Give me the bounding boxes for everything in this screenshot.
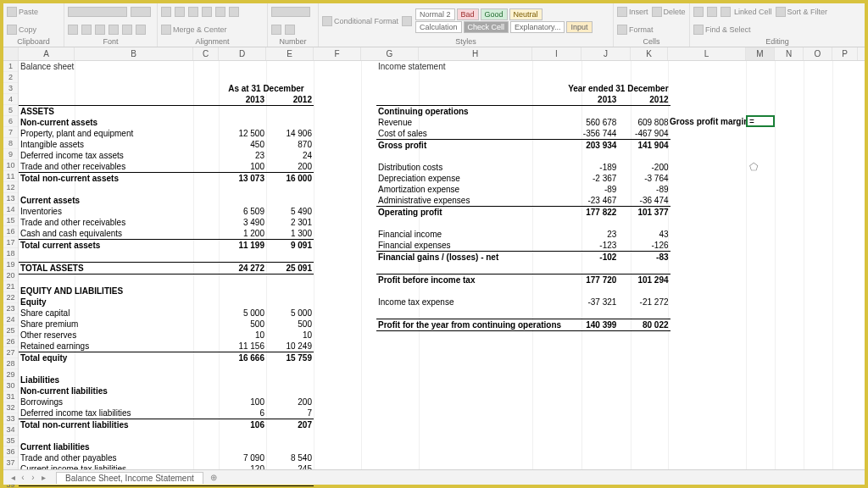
column-headers[interactable]: A B C D E F G H I J K L M N O P	[3, 47, 865, 61]
row-header[interactable]: 15	[3, 215, 18, 226]
row-header[interactable]: 33	[3, 413, 18, 424]
cells-area[interactable]: Balance sheet As at 31 December 20132012…	[19, 61, 865, 469]
select-all-corner[interactable]	[3, 47, 19, 60]
sort-filter-button[interactable]: Sort & Filter	[776, 7, 828, 17]
col-header[interactable]: M	[746, 47, 775, 60]
copy-button[interactable]: Copy	[7, 25, 36, 35]
sheet-tab-active[interactable]: Balance Sheet, Income Statement	[56, 472, 203, 484]
col-header[interactable]: I	[532, 47, 581, 60]
row-header[interactable]: 17	[3, 237, 18, 248]
row-header[interactable]: 25	[3, 325, 18, 336]
row-header[interactable]: 32	[3, 402, 18, 413]
worksheet[interactable]: A B C D E F G H I J K L M N O P 12345678…	[3, 47, 865, 469]
row-header[interactable]: 24	[3, 314, 18, 325]
delete-button[interactable]: Delete	[652, 7, 686, 17]
underline-icon[interactable]	[95, 25, 105, 35]
fill-down-icon[interactable]	[707, 7, 717, 17]
row-header[interactable]: 16	[3, 226, 18, 237]
format-as-table-button[interactable]	[402, 16, 412, 26]
row-header[interactable]: 28	[3, 358, 18, 369]
row-header[interactable]: 1	[3, 61, 18, 72]
align-left-icon[interactable]	[202, 7, 212, 17]
row-header[interactable]: 35	[3, 435, 18, 446]
style-good[interactable]: Good	[481, 8, 508, 20]
find-select-button[interactable]: Find & Select	[693, 25, 751, 35]
style-check-cell[interactable]: Check Cell	[464, 21, 509, 33]
row-headers[interactable]: 1234567891011121314151617181920212223242…	[3, 61, 19, 469]
percent-icon[interactable]	[271, 25, 281, 35]
tab-nav-prev-icon[interactable]: ‹	[19, 473, 27, 482]
row-header[interactable]: 9	[3, 149, 18, 160]
row-header[interactable]: 8	[3, 138, 18, 149]
col-header[interactable]: N	[775, 47, 804, 60]
row-header[interactable]: 3	[3, 83, 18, 94]
new-sheet-button[interactable]: ⊕	[207, 473, 220, 482]
col-header[interactable]: P	[832, 47, 858, 60]
row-header[interactable]: 37	[3, 458, 18, 469]
font-color-icon[interactable]	[136, 25, 146, 35]
tab-nav-first-icon[interactable]: ◂	[8, 473, 17, 482]
row-header[interactable]: 22	[3, 292, 18, 303]
font-size-icon[interactable]	[131, 7, 151, 17]
comma-icon[interactable]	[285, 25, 295, 35]
row-header[interactable]: 26	[3, 336, 18, 347]
font-box-icon[interactable]	[68, 7, 127, 17]
number-format-icon[interactable]	[271, 7, 310, 17]
col-header[interactable]: F	[314, 47, 361, 60]
row-header[interactable]: 12	[3, 182, 18, 193]
col-header[interactable]: A	[19, 47, 75, 60]
italic-icon[interactable]	[81, 25, 92, 35]
paste-button[interactable]: Paste	[7, 7, 38, 17]
row-header[interactable]: 27	[3, 347, 18, 358]
row-header[interactable]: 36	[3, 446, 18, 458]
style-explanatory[interactable]: Explanatory...	[510, 21, 565, 33]
col-header[interactable]: J	[581, 47, 631, 60]
style-bad[interactable]: Bad	[457, 8, 479, 20]
merge-button[interactable]: Merge & Center	[161, 25, 227, 35]
align-bot-icon[interactable]	[188, 7, 198, 17]
align-mid-icon[interactable]	[175, 7, 185, 17]
row-header[interactable]: 23	[3, 303, 18, 314]
col-header[interactable]: E	[266, 47, 314, 60]
fill-icon[interactable]	[122, 25, 132, 35]
active-cell[interactable]: =	[746, 115, 775, 127]
row-header[interactable]: 31	[3, 391, 18, 402]
row-header[interactable]: 11	[3, 171, 18, 182]
row-header[interactable]: 5	[3, 105, 18, 116]
col-header[interactable]: G	[361, 47, 419, 60]
format-button[interactable]: Format	[617, 25, 654, 35]
col-header[interactable]: L	[668, 47, 746, 60]
clear-icon[interactable]	[721, 7, 731, 17]
bold-icon[interactable]	[68, 25, 78, 35]
col-header[interactable]: H	[419, 47, 532, 60]
row-header[interactable]: 20	[3, 270, 18, 281]
align-center-icon[interactable]	[215, 7, 225, 17]
row-header[interactable]: 21	[3, 281, 18, 292]
row-header[interactable]: 10	[3, 160, 18, 171]
row-header[interactable]: 30	[3, 380, 18, 391]
autosum-icon[interactable]	[693, 7, 704, 17]
row-header[interactable]: 13	[3, 193, 18, 204]
style-normal2[interactable]: Normal 2	[415, 8, 455, 20]
linked-cell-button[interactable]: Linked Cell	[734, 8, 772, 16]
style-calculation[interactable]: Calculation	[415, 21, 462, 33]
tab-nav-last-icon[interactable]: ▸	[39, 473, 47, 482]
col-header[interactable]: D	[219, 47, 266, 60]
row-header[interactable]: 4	[3, 94, 18, 105]
col-header[interactable]: O	[804, 47, 832, 60]
row-header[interactable]: 34	[3, 424, 18, 435]
row-header[interactable]: 18	[3, 248, 18, 259]
style-neutral[interactable]: Neutral	[509, 8, 542, 20]
conditional-formatting-button[interactable]: Conditional Format	[322, 16, 398, 26]
align-right-icon[interactable]	[229, 7, 239, 17]
insert-button[interactable]: Insert	[617, 7, 648, 17]
col-header[interactable]: K	[631, 47, 668, 60]
row-header[interactable]: 29	[3, 369, 18, 380]
col-header[interactable]: B	[75, 47, 193, 60]
row-header[interactable]: 6	[3, 116, 18, 127]
row-header[interactable]: 7	[3, 127, 18, 138]
row-header[interactable]: 14	[3, 204, 18, 215]
tab-nav-next-icon[interactable]: ›	[29, 473, 37, 482]
style-input[interactable]: Input	[566, 21, 592, 33]
row-header[interactable]: 2	[3, 72, 18, 83]
